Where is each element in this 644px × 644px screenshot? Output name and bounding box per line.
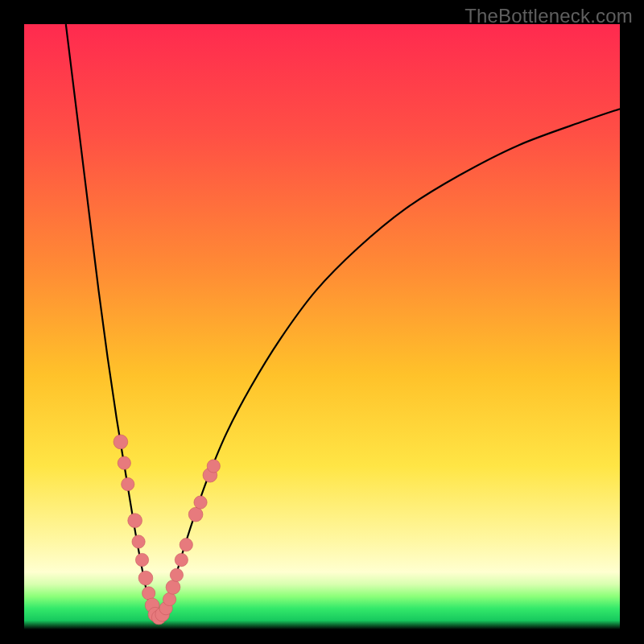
data-point [122,477,134,490]
data-point [135,553,148,566]
plot-background [24,24,620,630]
data-point [180,539,192,551]
data-point [163,592,175,605]
data-point [175,553,188,566]
chart-stage: TheBottleneck.com [0,0,644,644]
data-point [170,568,183,581]
data-point [142,587,155,600]
watermark-text: TheBottleneck.com [464,5,633,27]
data-point [138,571,153,585]
data-point [114,435,128,449]
data-point [132,535,145,548]
data-point [188,507,203,522]
bottom-border [0,630,644,644]
data-point [166,580,180,594]
data-point [194,496,207,509]
bottleneck-chart [0,0,644,644]
data-point [207,460,220,473]
data-point [128,514,142,528]
data-point [118,456,130,469]
